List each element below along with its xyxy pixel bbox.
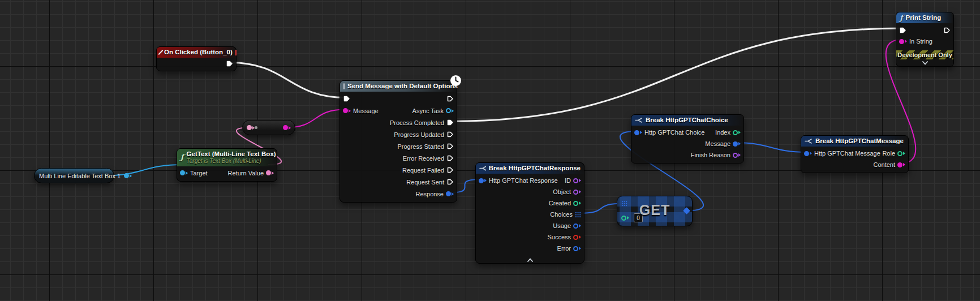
response-pin[interactable]: Response bbox=[415, 191, 454, 197]
pin-label: Object bbox=[553, 188, 571, 195]
node-title-bar[interactable]: ƒGetText (Multi-Line Text Box)Target is … bbox=[177, 149, 277, 166]
conv-out-pin[interactable] bbox=[283, 125, 291, 130]
node-title-bar[interactable]: Break HttpGPTChatMessage bbox=[801, 136, 908, 147]
in-string-pin[interactable]: In String bbox=[899, 38, 932, 45]
node-print-string[interactable]: ƒPrint StringIn StringDevelopment Only bbox=[896, 12, 954, 67]
node-title-bar[interactable]: On Clicked (Button_0) bbox=[157, 47, 236, 58]
node-break-httpgptchatresponse[interactable]: Break HttpGPTChatResponseHttp GPTChat Re… bbox=[475, 162, 584, 264]
usage-pin[interactable]: Usage bbox=[553, 222, 581, 229]
node-title: Print String bbox=[906, 14, 942, 22]
choices-pin[interactable]: Choices bbox=[550, 211, 581, 218]
pin-label: Target bbox=[190, 170, 208, 177]
event-diamond-icon bbox=[158, 50, 163, 55]
break-struct-icon bbox=[805, 138, 813, 144]
conv-in-pin[interactable] bbox=[247, 125, 255, 130]
node-title: GetText (Multi-Line Text Box) bbox=[187, 150, 276, 158]
node-subtitle: Target is Text Box (Multi-Line) bbox=[187, 158, 276, 165]
development-only-banner: Development Only bbox=[896, 50, 953, 59]
node-on-clicked[interactable]: On Clicked (Button_0) bbox=[156, 46, 237, 71]
created-pin[interactable]: Created bbox=[549, 200, 581, 207]
error-pin[interactable]: Error bbox=[557, 245, 581, 252]
node-title-bar[interactable]: Send Message with Default Options bbox=[340, 81, 457, 92]
node-send-message[interactable]: Send Message with Default OptionsMessage… bbox=[339, 80, 457, 203]
pin-label: ID bbox=[565, 177, 571, 184]
wire-struct-message-to-breakmessage[interactable] bbox=[736, 143, 807, 152]
target-pin[interactable]: Target bbox=[180, 170, 208, 177]
pin-label: Response bbox=[415, 191, 444, 197]
progress-started-pin[interactable]: Progress Started bbox=[397, 143, 454, 150]
latent-clock-icon bbox=[450, 75, 462, 89]
finish-reason-pin[interactable]: Finish Reason bbox=[691, 152, 741, 158]
pin-label: Async Task bbox=[412, 108, 444, 114]
break-struct-icon bbox=[479, 165, 486, 171]
request-failed-pin[interactable]: Request Failed bbox=[402, 166, 454, 174]
node-gettext[interactable]: ƒGetText (Multi-Line Text Box)Target is … bbox=[177, 148, 277, 182]
pin-label: Role bbox=[882, 150, 895, 157]
node-title: On Clicked (Button_0) bbox=[164, 49, 233, 56]
node-title: Break HttpGPTChatResponse bbox=[489, 165, 581, 172]
expand-chevron-down-icon[interactable] bbox=[922, 61, 929, 66]
progress-updated-pin[interactable]: Progress Updated bbox=[394, 131, 454, 138]
graph-canvas[interactable]: On Clicked (Button_0)ƒGetText (Multi-Lin… bbox=[0, 0, 980, 301]
conversion-node-dot bbox=[255, 126, 257, 129]
pin-label: In String bbox=[909, 38, 932, 45]
pin-label: Progress Started bbox=[397, 143, 444, 150]
message-pin[interactable]: Message bbox=[705, 140, 741, 147]
pin-label: Content bbox=[873, 161, 895, 168]
node-break-httpgptchatmessage[interactable]: Break HttpGPTChatMessageHttp GPTChat Mes… bbox=[801, 135, 909, 173]
node-title-bar[interactable]: Break HttpGPTChatChoice bbox=[631, 115, 743, 126]
pin-label: Request Failed bbox=[402, 167, 444, 174]
wire-exec-onclicked-to-sendmessage[interactable] bbox=[230, 63, 347, 98]
content-pin[interactable]: Content bbox=[873, 161, 905, 168]
textbox-out-pin[interactable] bbox=[124, 173, 132, 178]
http-gptchat-choice-pin[interactable]: Http GPTChat Choice bbox=[634, 129, 704, 136]
pin-label: Usage bbox=[553, 222, 571, 229]
pin-label: Http GPTChat Message bbox=[814, 150, 880, 157]
collapse-chevron-up-icon[interactable] bbox=[527, 257, 534, 263]
pin-label: Request Sent bbox=[406, 179, 444, 186]
async-task-pin[interactable]: Async Task bbox=[412, 108, 454, 114]
node-title-bar[interactable]: Break HttpGPTChatResponse bbox=[476, 163, 584, 174]
http-gptchat-message-pin[interactable]: Http GPTChat Message bbox=[804, 150, 880, 157]
print-exec-in-pin[interactable] bbox=[899, 27, 906, 34]
get-node-label: GET bbox=[617, 202, 692, 218]
wire-exec-processcompleted-to-printstring[interactable] bbox=[450, 28, 903, 122]
pin-label: Http GPTChat Choice bbox=[644, 129, 704, 136]
pin-label: Progress Updated bbox=[394, 131, 444, 138]
node-conversion[interactable] bbox=[242, 120, 295, 135]
pin-label: Success bbox=[547, 234, 571, 240]
advanced-pins-toggle[interactable] bbox=[476, 256, 584, 263]
node-title-bar[interactable]: ƒPrint String bbox=[896, 12, 953, 23]
http-gptchat-response-pin[interactable]: Http GPTChat Response bbox=[479, 177, 558, 184]
error-received-pin[interactable]: Error Received bbox=[403, 154, 454, 162]
process-completed-pin[interactable]: Process Completed bbox=[390, 119, 454, 126]
node-title: Send Message with Default Options bbox=[347, 83, 458, 90]
delegate-pin[interactable] bbox=[235, 50, 237, 55]
pin-label: Created bbox=[549, 200, 571, 207]
node-array-get[interactable]: 0GET bbox=[617, 196, 693, 226]
request-sent-pin[interactable]: Request Sent bbox=[406, 178, 454, 186]
object-pin[interactable]: Object bbox=[553, 188, 581, 195]
pin-label: Finish Reason bbox=[691, 152, 730, 158]
send-exec-in-pin[interactable] bbox=[343, 95, 350, 102]
return-value-pin[interactable]: Return Value bbox=[228, 170, 274, 177]
pin-label: Choices bbox=[550, 211, 573, 218]
pin-label: Error Received bbox=[403, 155, 444, 162]
role-pin[interactable]: Role bbox=[882, 150, 905, 157]
send-exec-out-pin[interactable] bbox=[446, 95, 454, 102]
node-textbox-variable[interactable]: Multi Line Editable Text Box 1 bbox=[34, 168, 114, 183]
node-break-httpgptchatchoice[interactable]: Break HttpGPTChatChoiceHttp GPTChat Choi… bbox=[631, 114, 744, 164]
advanced-pins-toggle[interactable] bbox=[896, 59, 953, 66]
index-pin[interactable]: Index bbox=[715, 129, 741, 136]
pin-label: Error bbox=[557, 245, 571, 252]
function-icon: ƒ bbox=[900, 15, 903, 21]
pin-label: Http GPTChat Response bbox=[489, 177, 558, 184]
id-pin[interactable]: ID bbox=[565, 177, 581, 184]
variable-name-label: Multi Line Editable Text Box 1 bbox=[39, 173, 121, 179]
print-exec-out-pin[interactable] bbox=[943, 27, 951, 34]
pin-label: Message bbox=[705, 140, 730, 147]
onclicked-exec-out-pin[interactable] bbox=[226, 60, 233, 67]
message-pin[interactable]: Message bbox=[343, 108, 379, 114]
pin-label: Index bbox=[715, 129, 730, 136]
success-pin[interactable]: Success bbox=[547, 234, 581, 240]
